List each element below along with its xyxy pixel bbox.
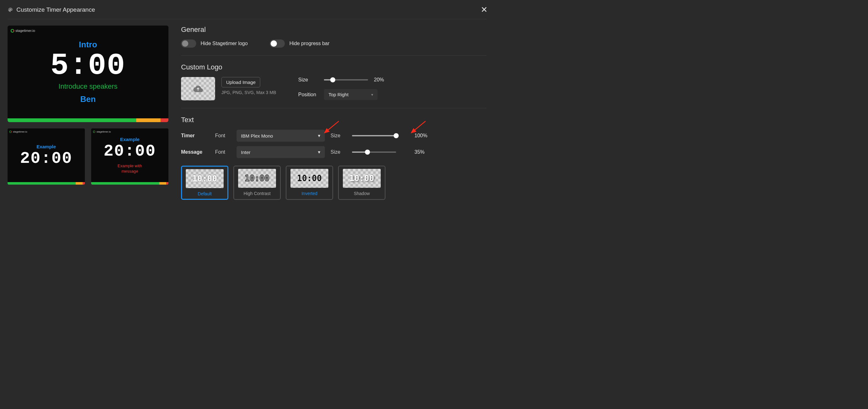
- modal-title: Customize Timer Appearance: [17, 6, 95, 13]
- style-label: Inverted: [302, 191, 318, 196]
- timer-font-value: IBM Plex Mono: [241, 133, 273, 139]
- preview-column: stagetimer.io Intro 5:00 Introduce speak…: [7, 26, 168, 200]
- palette-icon: [7, 7, 13, 12]
- chevron-down-icon: ▾: [371, 92, 373, 97]
- row-label-timer: Timer: [181, 133, 210, 139]
- preview-subtitle: Introduce speakers: [58, 82, 117, 91]
- logo-position-select[interactable]: Top Right ▾: [324, 89, 377, 100]
- preview-title: Example: [120, 137, 140, 142]
- toggle-hide-logo-wrap: Hide Stagetimer logo: [181, 39, 248, 48]
- logo-position-value: Top Right: [328, 92, 348, 97]
- size-label: Size: [331, 133, 346, 139]
- message-size-value: 35%: [414, 149, 430, 155]
- preview-small-1: stagetimer.io Example 20:00: [7, 128, 85, 185]
- preview-small-2: stagetimer.io Example 20:00 Example with…: [91, 128, 168, 185]
- customize-timer-modal: Customize Timer Appearance stagetimer.io…: [0, 0, 494, 205]
- modal-body: stagetimer.io Intro 5:00 Introduce speak…: [7, 19, 487, 200]
- toggle-hide-progress-wrap: Hide progress bar: [270, 39, 329, 48]
- message-font-select[interactable]: Inter ▾: [237, 146, 325, 158]
- timer-font-select[interactable]: IBM Plex Mono ▾: [237, 130, 325, 142]
- controls-column: General Hide Stagetimer logo Hide progre…: [181, 26, 487, 200]
- preview-progress-bar: [7, 182, 85, 185]
- preview-message: Example with message: [118, 164, 142, 174]
- preview-title: Example: [37, 144, 56, 149]
- logo-upload-dropzone[interactable]: [181, 77, 215, 100]
- preview-presenter: Ben: [80, 94, 96, 104]
- preview-row: stagetimer.io Example 20:00 stagetimer.i…: [7, 128, 168, 185]
- preview-time: 5:00: [51, 51, 126, 81]
- message-size-slider[interactable]: [352, 151, 396, 153]
- preview-time: 20:00: [20, 150, 72, 167]
- logo-position-label: Position: [298, 92, 318, 97]
- style-inverted[interactable]: 10:00 Inverted: [286, 166, 333, 200]
- toggle-hide-logo[interactable]: [181, 39, 196, 48]
- preview-main: stagetimer.io Intro 5:00 Introduce speak…: [7, 26, 168, 122]
- logo-size-slider[interactable]: [324, 79, 368, 81]
- close-icon: [482, 7, 487, 12]
- logo-size-value: 20%: [374, 77, 390, 83]
- row-label-message: Message: [181, 149, 210, 155]
- preview-logo: stagetimer.io: [11, 29, 35, 32]
- text-style-swatches: 10:00 Default 10:00 High Contrast 10:00 …: [181, 166, 487, 200]
- upload-hint: JPG, PNG, SVG, Max 3 MB: [221, 90, 276, 95]
- section-heading-general: General: [181, 26, 487, 34]
- preview-logo: stagetimer.io: [9, 130, 27, 133]
- preview-main-body: Intro 5:00 Introduce speakers Ben: [7, 26, 168, 118]
- chevron-down-icon: ▾: [318, 149, 320, 155]
- style-label: High Contrast: [244, 191, 271, 196]
- style-high-contrast[interactable]: 10:00 High Contrast: [234, 166, 281, 200]
- section-text: Text Timer Font IBM Plex Mono ▾ Size 100…: [181, 116, 487, 200]
- section-general: General Hide Stagetimer logo Hide progre…: [181, 26, 487, 56]
- message-font-value: Inter: [241, 150, 250, 155]
- preview-progress-bar: [7, 118, 168, 122]
- timer-size-slider[interactable]: [352, 135, 396, 136]
- preview-title: Intro: [79, 40, 97, 50]
- preview-progress-bar: [91, 182, 168, 185]
- style-shadow[interactable]: 10:00 Shadow: [338, 166, 385, 200]
- size-label: Size: [331, 149, 346, 155]
- logo-size-label: Size: [298, 77, 318, 83]
- style-default[interactable]: 10:00 Default: [181, 166, 228, 200]
- font-label: Font: [215, 133, 231, 139]
- section-heading-custom-logo: Custom Logo: [181, 63, 487, 71]
- modal-header: Customize Timer Appearance: [7, 6, 487, 19]
- logo-ring-icon: [11, 29, 14, 32]
- toggle-hide-progress[interactable]: [270, 39, 285, 48]
- toggle-hide-progress-label: Hide progress bar: [289, 41, 329, 47]
- chevron-down-icon: ▾: [318, 133, 320, 139]
- cloud-upload-icon: [193, 85, 203, 92]
- toggle-hide-logo-label: Hide Stagetimer logo: [200, 41, 248, 47]
- preview-logo-text: stagetimer.io: [16, 29, 35, 32]
- font-label: Font: [215, 149, 231, 155]
- upload-image-button[interactable]: Upload Image: [221, 77, 260, 87]
- section-heading-text: Text: [181, 116, 487, 124]
- style-label: Shadow: [354, 191, 370, 196]
- preview-logo: stagetimer.io: [93, 130, 111, 133]
- timer-size-value: 100%: [414, 133, 430, 139]
- style-label: Default: [198, 191, 212, 196]
- preview-time: 20:00: [103, 143, 156, 160]
- close-button[interactable]: [482, 6, 487, 14]
- section-custom-logo: Custom Logo Upload Image JPG, PNG, SVG, …: [181, 63, 487, 108]
